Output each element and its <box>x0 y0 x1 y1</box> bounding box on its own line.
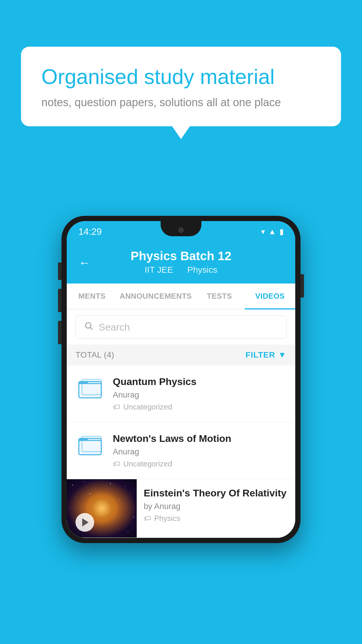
tag-label: Uncategorized <box>123 402 172 412</box>
svg-point-12 <box>125 486 125 487</box>
phone-frame: 14:29 ▾ ▲ ▮ ← Physics Batch 12 IIT JEE P… <box>61 216 301 543</box>
tab-tests[interactable]: TESTS <box>194 284 245 309</box>
tag-label: Uncategorized <box>123 459 172 468</box>
bubble-subtitle: notes, question papers, solutions all at… <box>41 96 321 109</box>
status-bar: 14:29 ▾ ▲ ▮ <box>67 221 295 242</box>
phone-outer: 14:29 ▾ ▲ ▮ ← Physics Batch 12 IIT JEE P… <box>61 216 301 543</box>
tabs-bar: MENTS ANNOUNCEMENTS TESTS VIDEOS <box>67 284 295 309</box>
item-tag: 🏷 Physics <box>144 514 289 523</box>
svg-point-11 <box>110 483 111 484</box>
item-title: Einstein's Theory Of Relativity <box>144 487 289 499</box>
volume-up-button <box>58 289 61 312</box>
item-tag: 🏷 Uncategorized <box>113 402 287 412</box>
search-placeholder: Search <box>99 321 130 333</box>
svg-point-15 <box>119 499 120 500</box>
list-item[interactable]: Quantum Physics Anurag 🏷 Uncategorized <box>67 365 295 422</box>
svg-point-13 <box>75 496 76 497</box>
volume-mute-button <box>58 262 61 280</box>
svg-point-22 <box>128 531 129 532</box>
svg-point-18 <box>133 517 134 518</box>
folder-icon <box>78 376 102 399</box>
thumbnail-bg <box>67 479 137 538</box>
total-count: TOTAL (4) <box>75 350 114 360</box>
filter-bar: TOTAL (4) FILTER ▼ <box>67 344 295 365</box>
svg-point-0 <box>85 323 91 328</box>
wifi-icon: ▾ <box>261 227 265 236</box>
video-thumbnail <box>67 479 137 538</box>
svg-line-1 <box>90 328 92 330</box>
folder-icon <box>78 433 102 456</box>
volume-down-button <box>58 321 61 344</box>
search-box[interactable]: Search <box>75 315 287 339</box>
svg-point-17 <box>69 508 70 509</box>
filter-button[interactable]: FILTER ▼ <box>245 350 287 360</box>
phone-screen: 14:29 ▾ ▲ ▮ ← Physics Batch 12 IIT JEE P… <box>67 221 295 538</box>
tab-videos[interactable]: VIDEOS <box>245 284 295 309</box>
search-icon <box>84 321 93 333</box>
power-button <box>301 274 304 298</box>
item-author: by Anurag <box>144 502 289 511</box>
tab-announcements[interactable]: ANNOUNCEMENTS <box>117 284 194 309</box>
folder-icon-container <box>75 433 105 456</box>
header-subject: Physics <box>187 265 217 274</box>
camera <box>178 228 184 233</box>
svg-point-9 <box>84 482 85 482</box>
header-title: Physics Batch 12 <box>78 249 284 263</box>
list-item[interactable]: Newton's Laws of Motion Anurag 🏷 Uncateg… <box>67 422 295 479</box>
tab-ments[interactable]: MENTS <box>67 284 117 309</box>
item-title: Newton's Laws of Motion <box>113 433 287 444</box>
signal-icon: ▲ <box>268 227 276 236</box>
item-info: Einstein's Theory Of Relativity by Anura… <box>137 479 295 529</box>
filter-icon: ▼ <box>278 350 287 360</box>
speech-bubble-container: Organised study material notes, question… <box>21 47 341 126</box>
item-tag: 🏷 Uncategorized <box>113 459 287 468</box>
app-header: ← Physics Batch 12 IIT JEE Physics <box>67 242 295 284</box>
svg-point-20 <box>113 520 114 520</box>
folder-icon-container <box>75 376 105 399</box>
star-field <box>67 479 137 538</box>
svg-point-10 <box>96 488 96 488</box>
status-icons: ▾ ▲ ▮ <box>261 227 284 236</box>
item-author: Anurag <box>113 447 287 456</box>
bubble-title: Organised study material <box>41 64 321 89</box>
tag-label: Physics <box>154 514 180 523</box>
svg-point-21 <box>78 531 79 532</box>
list-item[interactable]: Einstein's Theory Of Relativity by Anura… <box>67 479 295 538</box>
back-button[interactable]: ← <box>78 256 91 270</box>
header-subtitle: IIT JEE Physics <box>78 265 284 275</box>
header-course: IIT JEE <box>145 265 173 274</box>
tag-icon: 🏷 <box>113 402 120 412</box>
item-info: Newton's Laws of Motion Anurag 🏷 Uncateg… <box>113 433 287 468</box>
search-container: Search <box>67 309 295 344</box>
svg-point-14 <box>90 494 91 494</box>
filter-label: FILTER <box>245 350 275 360</box>
video-list: Quantum Physics Anurag 🏷 Uncategorized <box>67 365 295 538</box>
item-title: Quantum Physics <box>113 376 287 387</box>
tag-icon: 🏷 <box>113 459 120 468</box>
speech-bubble: Organised study material notes, question… <box>21 47 341 126</box>
play-icon <box>82 518 89 526</box>
svg-point-16 <box>131 494 131 494</box>
item-info: Quantum Physics Anurag 🏷 Uncategorized <box>113 376 287 412</box>
svg-point-8 <box>72 485 73 486</box>
tag-icon: 🏷 <box>144 514 151 523</box>
status-time: 14:29 <box>78 226 102 237</box>
item-author: Anurag <box>113 390 287 400</box>
play-button[interactable] <box>75 513 94 532</box>
notch <box>161 221 201 236</box>
battery-icon: ▮ <box>280 227 284 236</box>
